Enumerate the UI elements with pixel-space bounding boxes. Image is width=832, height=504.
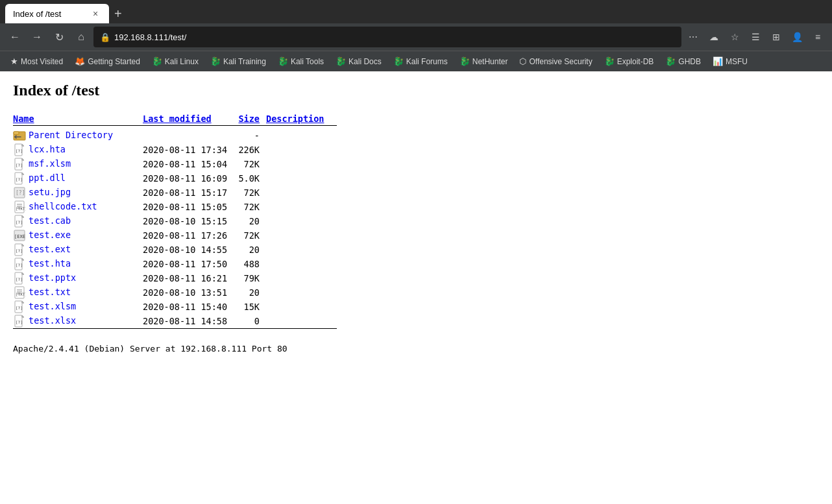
file-link[interactable]: shellcode.txt [29,201,97,211]
file-date: 2020-08-11 17:26 [143,228,234,243]
file-name-cell: [?] setu.jpg [13,186,143,200]
file-size: 79K [234,271,266,285]
file-desc [266,243,337,257]
file-link[interactable]: test.txt [29,287,71,297]
svg-text:[?]: [?] [16,306,23,310]
msfu-label: MSFU [726,57,748,66]
file-icon-parent [13,129,26,142]
bookmark-nethunter[interactable]: 🐉NetHunter [454,54,513,68]
svg-rect-1 [14,132,19,134]
bookmark-msfu[interactable]: 📊MSFU [707,54,753,68]
file-link[interactable]: test.ext [29,244,71,254]
offensive-security-label: Offensive Security [529,57,592,66]
file-link[interactable]: test.xlsm [29,301,76,311]
file-link[interactable]: test.pptx [29,272,76,283]
bookmark-offensive-security[interactable]: ⬡Offensive Security [514,54,597,68]
bookmark-ghdb[interactable]: 🐉GHDB [660,54,706,68]
svg-text:[?]: [?] [16,177,23,182]
page-title: Index of /test [13,82,819,99]
table-bottom-separator [13,328,337,331]
file-link[interactable]: msf.xlsm [29,158,71,169]
file-date: 2020-08-11 17:50 [143,257,234,271]
bookmark-exploit-db[interactable]: 🐉Exploit-DB [599,54,659,68]
file-icon-generic: [?] [13,143,26,156]
file-name-cell: [?] test.pptx [13,271,143,285]
file-date: 2020-08-10 14:55 [143,243,234,257]
forward-button[interactable]: → [27,27,47,47]
star-button[interactable]: ☆ [726,28,744,46]
bookmark-most-visited[interactable]: ★Most Visited [5,54,68,68]
file-icon-generic: [?] [13,315,26,328]
address-bar[interactable]: 🔒 192.168.8.111/test/ [93,27,681,47]
file-date: 2020-08-11 16:21 [143,271,234,285]
page-content: Index of /test Name Last modified Size D… [0,71,832,474]
kali-linux-icon: 🐉 [152,56,162,66]
svg-text:[?]: [?] [16,320,23,324]
kali-tools-icon: 🐉 [278,56,288,66]
file-link[interactable]: test.hta [29,258,71,269]
home-button[interactable]: ⌂ [71,27,91,47]
bookmark-kali-forums[interactable]: 🐉Kali Forums [388,54,453,68]
server-info: Apache/2.4.41 (Debian) Server at 192.168… [13,344,819,354]
svg-text:[?]: [?] [16,277,23,282]
column-header-name[interactable]: Name [13,112,143,126]
svg-text:[?]: [?] [16,263,23,267]
getting-started-icon: 🦊 [75,56,85,66]
bookmark-kali-training[interactable]: 🐉Kali Training [205,54,271,68]
file-link[interactable]: ppt.dll [29,173,66,183]
table-row: [TXT] shellcode.txt2020-08-11 15:0572K [13,200,337,214]
split-button[interactable]: ⊞ [767,28,785,46]
reader-button[interactable]: ☰ [746,28,765,46]
file-desc [266,257,337,271]
svg-text:[EXE]: [EXE] [14,234,26,239]
file-size: 20 [234,285,266,300]
pocket-button[interactable]: ☁ [705,28,723,46]
svg-text:[?]: [?] [16,149,23,153]
getting-started-label: Getting Started [88,57,140,66]
kali-training-icon: 🐉 [210,56,221,66]
file-icon-text: [TXT] [13,286,26,299]
table-row: [EXE] test.exe2020-08-11 17:2672K [13,228,337,243]
file-icon-generic: [?] [13,243,26,256]
tab-bar: Index of /test × + [0,0,832,23]
bookmark-kali-linux[interactable]: 🐉Kali Linux [147,54,204,68]
back-button[interactable]: ← [5,27,25,47]
reload-button[interactable]: ↻ [49,27,69,47]
bookmark-getting-started[interactable]: 🦊Getting Started [69,54,145,68]
file-link[interactable]: Parent Directory [29,130,113,140]
active-tab: Index of /test × [5,4,109,23]
file-date: 2020-08-11 15:40 [143,300,234,314]
most-visited-label: Most Visited [21,57,63,66]
file-name-cell: Parent Directory [13,128,143,143]
file-date: 2020-08-11 15:04 [143,157,234,171]
file-icon-text: [TXT] [13,200,26,213]
tab-title: Index of /test [13,9,86,19]
file-size: 20 [234,243,266,257]
table-row: [?] msf.xlsm2020-08-11 15:0472K [13,157,337,171]
offensive-security-icon: ⬡ [519,56,526,66]
column-header-desc[interactable]: Description [266,112,337,126]
menu-button[interactable]: ≡ [809,28,827,46]
file-link[interactable]: test.xlsx [29,315,76,326]
file-date: 2020-08-10 15:15 [143,214,234,228]
new-tab-button[interactable]: + [109,7,127,20]
file-desc [266,171,337,186]
file-size: 488 [234,257,266,271]
column-header-size[interactable]: Size [234,112,266,126]
account-button[interactable]: 👤 [788,28,806,46]
tab-close-button[interactable]: × [90,8,101,19]
bookmark-kali-docs[interactable]: 🐉Kali Docs [330,54,387,68]
more-button[interactable]: ⋯ [684,28,702,46]
column-header-date[interactable]: Last modified [143,112,234,126]
file-size: 72K [234,200,266,214]
svg-text:[TXT]: [TXT] [16,292,26,296]
bookmark-kali-tools[interactable]: 🐉Kali Tools [273,54,329,68]
file-link[interactable]: test.exe [29,230,71,240]
table-row: [?] setu.jpg2020-08-11 15:1772K [13,186,337,200]
msfu-icon: 📊 [713,56,723,66]
file-icon-generic: [?] [13,258,26,270]
file-link[interactable]: test.cab [29,215,71,226]
file-link[interactable]: lcx.hta [29,144,66,154]
table-row: [?] test.ext2020-08-10 14:5520 [13,243,337,257]
file-link[interactable]: setu.jpg [29,187,71,197]
